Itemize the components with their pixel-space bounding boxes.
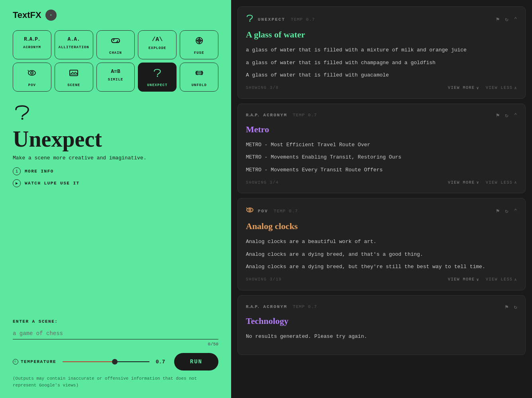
svg-point-9 xyxy=(157,76,158,77)
result-items-1: a glass of water that is filled with a m… xyxy=(246,46,517,79)
selected-tool-name: Unexpect xyxy=(13,128,218,150)
expand-icon-1[interactable]: ⌃ xyxy=(514,16,517,23)
flag-icon-3[interactable]: ⚑ xyxy=(496,208,499,214)
expand-icon-3[interactable]: ⌃ xyxy=(514,208,517,214)
expand-icon-2[interactable]: ⌃ xyxy=(514,112,517,119)
result-item-3-0: Analog clocks are a beautiful work of ar… xyxy=(246,238,517,246)
refresh-icon-2[interactable]: ↻ xyxy=(505,112,508,119)
temperature-value: 0.7 xyxy=(156,359,168,365)
view-more-btn-1[interactable]: VIEW MORE ∨ xyxy=(448,86,479,90)
pov-icon xyxy=(27,69,37,80)
alliteration-icon: A.A. xyxy=(68,36,80,42)
result-footer-3: SHOWING 3/19 VIEW MORE ∨ VIEW LESS ∧ xyxy=(246,277,517,282)
header: TextFX · xyxy=(13,10,218,21)
fuse-label: FUSE xyxy=(194,51,204,55)
acronym-icon: R.A.P. xyxy=(24,36,40,42)
explode-label: EXPLODE xyxy=(148,46,166,50)
result-tool-name-4: ACRONYM xyxy=(263,304,287,309)
tool-card-unfold[interactable]: UNFOLD xyxy=(180,63,218,92)
app-title: TextFX xyxy=(13,10,41,20)
view-controls-3: VIEW MORE ∨ VIEW LESS ∧ xyxy=(448,277,517,282)
tool-card-chain[interactable]: CHAIN xyxy=(96,30,135,59)
selected-tool-description: Make a scene more creative and imaginati… xyxy=(13,155,218,161)
showing-label-3: SHOWING 3/19 xyxy=(246,277,282,282)
view-less-btn-3[interactable]: VIEW LESS ∧ xyxy=(486,277,517,282)
svg-line-6 xyxy=(28,70,29,71)
tool-card-acronym[interactable]: R.A.P. ACRONYM xyxy=(13,30,51,59)
result-card-header-1: UNEXPECT TEMP 0.7 ⚑ ↻ ⌃ xyxy=(246,15,517,24)
run-button[interactable]: RUN xyxy=(174,353,218,371)
char-count: 0/50 xyxy=(13,342,218,347)
result-item-3-1: Analog clocks are a dying breed, and tha… xyxy=(246,251,517,259)
tool-card-alliteration[interactable]: A.A. ALLITERATION xyxy=(55,30,93,59)
result-temp-4: TEMP 0.7 xyxy=(293,304,317,309)
fuse-icon xyxy=(194,36,204,48)
refresh-icon-4[interactable]: ↻ xyxy=(514,304,517,310)
flag-icon-1[interactable]: ⚑ xyxy=(496,16,499,23)
result-item-2-0: METRO - Most Efficient Travel Route Over xyxy=(246,141,517,149)
input-section: ENTER A SCENE: 0/50 ○ TEMPERATURE 0.7 RU… xyxy=(13,319,218,388)
view-more-btn-3[interactable]: VIEW MORE ∨ xyxy=(448,277,479,282)
svg-point-16 xyxy=(249,209,251,211)
scene-icon xyxy=(69,69,79,80)
pov-label: POV xyxy=(28,83,36,87)
play-icon: ▶ xyxy=(13,179,21,187)
showing-label-2: SHOWING 3/4 xyxy=(246,180,279,185)
tool-card-unexpect[interactable]: UNEXPECT xyxy=(138,63,177,92)
more-info-label: MORE INFO xyxy=(25,169,54,174)
tool-card-simile[interactable]: A=B SIMILE xyxy=(96,63,135,92)
temperature-label: ○ TEMPERATURE xyxy=(13,359,56,365)
chain-label: CHAIN xyxy=(109,51,122,55)
tool-card-fuse[interactable]: FUSE xyxy=(180,30,218,59)
tool-grid: R.A.P. ACRONYM A.A. ALLITERATION CHAIN /… xyxy=(13,30,218,92)
result-temp-3: TEMP 0.7 xyxy=(274,209,298,214)
showing-label-1: SHOWING 3/8 xyxy=(246,86,279,90)
result-title-3: Analog clocks xyxy=(246,221,517,231)
tool-card-pov[interactable]: POV xyxy=(13,63,51,92)
right-panel: UNEXPECT TEMP 0.7 ⚑ ↻ ⌃ A glass of water… xyxy=(231,0,532,398)
flag-icon-2[interactable]: ⚑ xyxy=(496,112,499,119)
left-panel: TextFX · R.A.P. ACRONYM A.A. ALLITERATIO… xyxy=(0,0,231,398)
input-label: ENTER A SCENE: xyxy=(13,319,218,324)
svg-point-4 xyxy=(28,71,35,75)
more-info-action[interactable]: i MORE INFO xyxy=(13,167,218,175)
svg-point-14 xyxy=(249,21,251,22)
tool-card-explode[interactable]: /A\ EXPLODE xyxy=(138,30,177,59)
scene-input[interactable] xyxy=(13,328,218,339)
unfold-label: UNFOLD xyxy=(191,83,206,87)
svg-line-17 xyxy=(247,208,247,209)
result-item-1-0: a glass of water that is filled with a m… xyxy=(246,46,517,54)
acronym-label: ACRONYM xyxy=(23,45,41,49)
temp-info-icon[interactable]: ○ xyxy=(13,359,18,365)
view-less-btn-2[interactable]: VIEW LESS ∧ xyxy=(486,180,517,185)
result-item-4-0: No results generated. Please try again. xyxy=(246,333,517,341)
logo-dot[interactable]: · xyxy=(45,10,57,21)
watch-action[interactable]: ▶ WATCH LUPE USE IT xyxy=(13,179,218,187)
result-item-2-2: METRO - Movements Every Transit Route Of… xyxy=(246,166,517,174)
slider-thumb[interactable] xyxy=(112,359,118,365)
temperature-slider[interactable] xyxy=(63,361,149,363)
result-item-1-2: A glass of water that is filled with gua… xyxy=(246,71,517,79)
svg-point-5 xyxy=(31,72,33,74)
result-acronym-icon-1: R.A.P. xyxy=(246,113,259,118)
simile-icon: A=B xyxy=(111,69,120,75)
flag-icon-4[interactable]: ⚑ xyxy=(505,304,508,310)
view-less-btn-1[interactable]: VIEW LESS ∧ xyxy=(486,86,517,90)
result-item-2-1: METRO - Movements Enabling Transit, Rest… xyxy=(246,153,517,161)
refresh-icon-3[interactable]: ↻ xyxy=(505,208,508,214)
controls-row: ○ TEMPERATURE 0.7 RUN xyxy=(13,353,218,371)
result-temp-2: TEMP 0.7 xyxy=(293,113,317,118)
result-card-header-4: R.A.P. ACRONYM TEMP 0.7 ⚑ ↻ xyxy=(246,304,517,310)
result-card-acronym-1: R.A.P. ACRONYM TEMP 0.7 ⚑ ↻ ⌃ Metro METR… xyxy=(238,104,526,194)
result-title-2: Metro xyxy=(246,124,517,135)
svg-point-15 xyxy=(247,208,253,212)
result-card-unexpect-1: UNEXPECT TEMP 0.7 ⚑ ↻ ⌃ A glass of water… xyxy=(238,6,526,99)
view-more-btn-2[interactable]: VIEW MORE ∨ xyxy=(448,180,479,185)
tool-card-scene[interactable]: SCENE xyxy=(55,63,93,92)
scene-label: SCENE xyxy=(67,83,80,87)
result-card-pov-1: POV TEMP 0.7 ⚑ ↻ ⌃ Analog clocks Analog … xyxy=(238,198,526,290)
result-title-4: Technology xyxy=(246,316,517,326)
refresh-icon-1[interactable]: ↻ xyxy=(505,16,508,23)
view-controls-2: VIEW MORE ∨ VIEW LESS ∧ xyxy=(448,180,517,185)
selected-tool-icon-large xyxy=(13,104,218,125)
